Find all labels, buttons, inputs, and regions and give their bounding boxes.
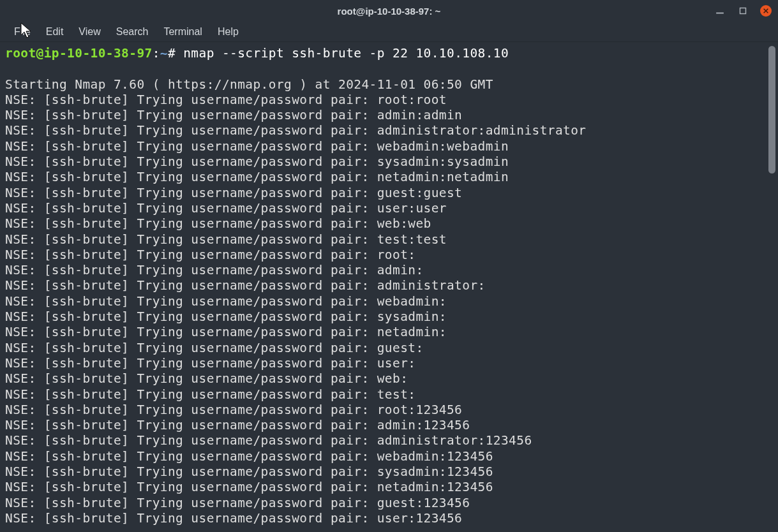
output-line: NSE: [ssh-brute] Trying username/passwor… xyxy=(5,511,462,526)
output-line: NSE: [ssh-brute] Trying username/passwor… xyxy=(5,216,431,231)
output-line: NSE: [ssh-brute] Trying username/passwor… xyxy=(5,186,462,200)
prompt-symbol: # xyxy=(168,46,176,61)
svg-rect-1 xyxy=(740,8,746,14)
command-text: nmap --script ssh-brute -p 22 10.10.108.… xyxy=(183,46,509,61)
output-line: NSE: [ssh-brute] Trying username/passwor… xyxy=(5,170,509,184)
output-line: NSE: [ssh-brute] Trying username/passwor… xyxy=(5,294,447,309)
menu-edit[interactable]: Edit xyxy=(38,24,71,40)
output-line: NSE: [ssh-brute] Trying username/passwor… xyxy=(5,449,493,464)
output-line: NSE: [ssh-brute] Trying username/passwor… xyxy=(5,387,415,402)
output-line: NSE: [ssh-brute] Trying username/passwor… xyxy=(5,480,493,494)
window-titlebar: root@ip-10-10-38-97: ~ xyxy=(0,0,778,22)
output-line: NSE: [ssh-brute] Trying username/passwor… xyxy=(5,464,493,479)
menu-bar: File Edit View Search Terminal Help xyxy=(0,22,778,42)
prompt-colon: : xyxy=(153,46,160,61)
menu-help[interactable]: Help xyxy=(210,24,246,40)
output-line: NSE: [ssh-brute] Trying username/passwor… xyxy=(5,139,509,154)
output-line: NSE: [ssh-brute] Trying username/passwor… xyxy=(5,263,424,277)
prompt-user-host: root@ip-10-10-38-97 xyxy=(5,46,153,61)
output-line: NSE: [ssh-brute] Trying username/passwor… xyxy=(5,201,447,216)
prompt-path: ~ xyxy=(160,46,168,61)
output-line: NSE: [ssh-brute] Trying username/passwor… xyxy=(5,433,532,448)
output-line: NSE: [ssh-brute] Trying username/passwor… xyxy=(5,154,509,169)
output-line: NSE: [ssh-brute] Trying username/passwor… xyxy=(5,309,447,324)
output-line: NSE: [ssh-brute] Trying username/passwor… xyxy=(5,232,447,247)
output-line: NSE: [ssh-brute] Trying username/passwor… xyxy=(5,123,587,138)
scrollbar-thumb[interactable] xyxy=(768,46,775,174)
output-line: NSE: [ssh-brute] Trying username/passwor… xyxy=(5,371,408,386)
output-line: NSE: [ssh-brute] Trying username/passwor… xyxy=(5,278,486,293)
menu-terminal[interactable]: Terminal xyxy=(156,24,209,40)
terminal-viewport[interactable]: root@ip-10-10-38-97:~# nmap --script ssh… xyxy=(0,42,778,532)
minimize-button[interactable] xyxy=(714,5,726,17)
window-controls xyxy=(714,0,772,22)
output-line: NSE: [ssh-brute] Trying username/passwor… xyxy=(5,108,462,122)
close-button[interactable] xyxy=(760,5,772,17)
menu-view[interactable]: View xyxy=(71,24,108,40)
output-line: NSE: [ssh-brute] Trying username/passwor… xyxy=(5,341,424,355)
menu-search[interactable]: Search xyxy=(108,24,156,40)
terminal-content[interactable]: root@ip-10-10-38-97:~# nmap --script ssh… xyxy=(5,46,773,526)
output-line: NSE: [ssh-brute] Trying username/passwor… xyxy=(5,418,470,432)
menu-file[interactable]: File xyxy=(6,24,38,40)
maximize-button[interactable] xyxy=(737,5,749,17)
output-line: NSE: [ssh-brute] Trying username/passwor… xyxy=(5,325,447,339)
output-line: NSE: [ssh-brute] Trying username/passwor… xyxy=(5,496,470,510)
output-start-line: Starting Nmap 7.60 ( https://nmap.org ) … xyxy=(5,77,493,92)
window-title: root@ip-10-10-38-97: ~ xyxy=(338,6,441,17)
output-line: NSE: [ssh-brute] Trying username/passwor… xyxy=(5,356,415,371)
output-line: NSE: [ssh-brute] Trying username/passwor… xyxy=(5,248,415,262)
output-line: NSE: [ssh-brute] Trying username/passwor… xyxy=(5,92,447,107)
output-line: NSE: [ssh-brute] Trying username/passwor… xyxy=(5,403,462,417)
